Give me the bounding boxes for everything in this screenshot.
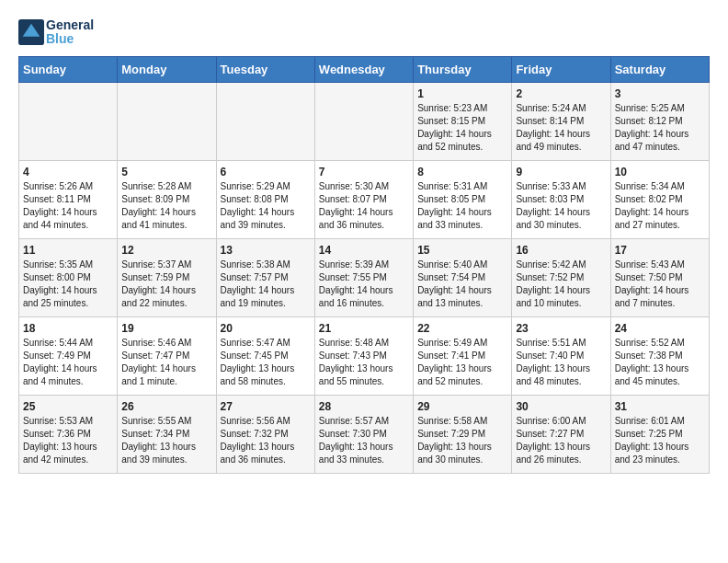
calendar-cell: 6Sunrise: 5:29 AM Sunset: 8:08 PM Daylig… [216,160,314,238]
calendar-cell: 9Sunrise: 5:33 AM Sunset: 8:03 PM Daylig… [512,160,610,238]
day-number: 11 [23,244,113,257]
weekday-header-wednesday: Wednesday [314,56,413,82]
day-number: 18 [23,322,113,335]
calendar-week-row: 1Sunrise: 5:23 AM Sunset: 8:15 PM Daylig… [19,82,710,160]
day-number: 2 [516,87,606,100]
calendar-cell: 8Sunrise: 5:31 AM Sunset: 8:05 PM Daylig… [414,160,512,238]
day-number: 16 [516,244,606,257]
day-number: 15 [417,244,507,257]
calendar-cell [19,82,118,160]
calendar-cell: 22Sunrise: 5:49 AM Sunset: 7:41 PM Dayli… [414,316,512,395]
calendar-cell: 28Sunrise: 5:57 AM Sunset: 7:30 PM Dayli… [314,395,413,473]
day-info: Sunrise: 5:28 AM Sunset: 8:09 PM Dayligh… [121,180,211,232]
calendar-cell: 11Sunrise: 5:35 AM Sunset: 8:00 PM Dayli… [19,238,118,316]
day-number: 30 [516,400,606,413]
weekday-header-friday: Friday [512,56,610,82]
calendar-week-row: 11Sunrise: 5:35 AM Sunset: 8:00 PM Dayli… [19,238,710,316]
calendar-cell: 27Sunrise: 5:56 AM Sunset: 7:32 PM Dayli… [216,395,314,473]
day-info: Sunrise: 5:35 AM Sunset: 8:00 PM Dayligh… [23,259,113,310]
calendar-week-row: 4Sunrise: 5:26 AM Sunset: 8:11 PM Daylig… [19,160,710,238]
calendar-cell: 21Sunrise: 5:48 AM Sunset: 7:43 PM Dayli… [314,316,413,395]
calendar-cell: 12Sunrise: 5:37 AM Sunset: 7:59 PM Dayli… [118,238,216,316]
weekday-header-saturday: Saturday [610,56,709,82]
calendar-cell: 10Sunrise: 5:34 AM Sunset: 8:02 PM Dayli… [610,160,709,238]
calendar-table: SundayMondayTuesdayWednesdayThursdayFrid… [18,56,710,474]
day-number: 9 [516,166,606,178]
day-info: Sunrise: 5:43 AM Sunset: 7:50 PM Dayligh… [615,259,705,310]
day-info: Sunrise: 6:01 AM Sunset: 7:25 PM Dayligh… [615,415,705,466]
day-number: 22 [417,322,507,335]
calendar-cell: 4Sunrise: 5:26 AM Sunset: 8:11 PM Daylig… [19,160,118,238]
day-number: 25 [23,400,113,413]
calendar-cell: 13Sunrise: 5:38 AM Sunset: 7:57 PM Dayli… [216,238,314,316]
day-number: 14 [319,244,409,257]
day-number: 20 [221,322,311,335]
day-number: 31 [615,400,705,413]
day-number: 5 [121,166,211,178]
day-info: Sunrise: 5:40 AM Sunset: 7:54 PM Dayligh… [417,259,507,310]
day-number: 28 [319,400,409,413]
day-info: Sunrise: 5:53 AM Sunset: 7:36 PM Dayligh… [23,415,113,466]
day-info: Sunrise: 5:47 AM Sunset: 7:45 PM Dayligh… [221,337,311,388]
day-number: 1 [417,87,507,100]
day-info: Sunrise: 6:00 AM Sunset: 7:27 PM Dayligh… [516,415,606,466]
day-info: Sunrise: 5:58 AM Sunset: 7:29 PM Dayligh… [417,415,507,466]
calendar-week-row: 25Sunrise: 5:53 AM Sunset: 7:36 PM Dayli… [19,395,710,473]
calendar-cell: 16Sunrise: 5:42 AM Sunset: 7:52 PM Dayli… [512,238,610,316]
day-info: Sunrise: 5:29 AM Sunset: 8:08 PM Dayligh… [221,180,311,232]
day-number: 8 [417,166,507,178]
day-info: Sunrise: 5:57 AM Sunset: 7:30 PM Dayligh… [319,415,409,466]
weekday-header-thursday: Thursday [414,56,512,82]
day-number: 21 [319,322,409,335]
calendar-cell: 3Sunrise: 5:25 AM Sunset: 8:12 PM Daylig… [610,82,709,160]
logo: General Blue [18,18,94,47]
day-info: Sunrise: 5:44 AM Sunset: 7:49 PM Dayligh… [23,337,113,388]
logo-text-line1: General [46,18,94,32]
calendar-cell: 24Sunrise: 5:52 AM Sunset: 7:38 PM Dayli… [610,316,709,395]
weekday-header-row: SundayMondayTuesdayWednesdayThursdayFrid… [19,56,710,82]
calendar-cell: 25Sunrise: 5:53 AM Sunset: 7:36 PM Dayli… [19,395,118,473]
calendar-cell: 1Sunrise: 5:23 AM Sunset: 8:15 PM Daylig… [414,82,512,160]
day-info: Sunrise: 5:39 AM Sunset: 7:55 PM Dayligh… [319,259,409,310]
day-number: 17 [615,244,705,257]
day-info: Sunrise: 5:24 AM Sunset: 8:14 PM Dayligh… [516,102,606,154]
calendar-cell: 19Sunrise: 5:46 AM Sunset: 7:47 PM Dayli… [118,316,216,395]
page-header: General Blue [18,18,710,47]
day-info: Sunrise: 5:26 AM Sunset: 8:11 PM Dayligh… [23,180,113,232]
calendar-cell: 29Sunrise: 5:58 AM Sunset: 7:29 PM Dayli… [414,395,512,473]
calendar-cell: 23Sunrise: 5:51 AM Sunset: 7:40 PM Dayli… [512,316,610,395]
weekday-header-monday: Monday [118,56,216,82]
day-info: Sunrise: 5:46 AM Sunset: 7:47 PM Dayligh… [121,337,211,388]
day-info: Sunrise: 5:48 AM Sunset: 7:43 PM Dayligh… [319,337,409,388]
logo-text-line2: Blue [46,32,94,46]
calendar-cell: 17Sunrise: 5:43 AM Sunset: 7:50 PM Dayli… [610,238,709,316]
day-info: Sunrise: 5:55 AM Sunset: 7:34 PM Dayligh… [121,415,211,466]
calendar-cell [314,82,413,160]
day-number: 27 [221,400,311,413]
day-number: 7 [319,166,409,178]
day-number: 19 [121,322,211,335]
day-info: Sunrise: 5:51 AM Sunset: 7:40 PM Dayligh… [516,337,606,388]
day-info: Sunrise: 5:56 AM Sunset: 7:32 PM Dayligh… [221,415,311,466]
day-info: Sunrise: 5:31 AM Sunset: 8:05 PM Dayligh… [417,180,507,232]
day-number: 13 [221,244,311,257]
day-info: Sunrise: 5:25 AM Sunset: 8:12 PM Dayligh… [615,102,705,154]
day-info: Sunrise: 5:37 AM Sunset: 7:59 PM Dayligh… [121,259,211,310]
day-info: Sunrise: 5:52 AM Sunset: 7:38 PM Dayligh… [615,337,705,388]
calendar-cell: 18Sunrise: 5:44 AM Sunset: 7:49 PM Dayli… [19,316,118,395]
calendar-cell: 2Sunrise: 5:24 AM Sunset: 8:14 PM Daylig… [512,82,610,160]
day-number: 24 [615,322,705,335]
calendar-cell: 30Sunrise: 6:00 AM Sunset: 7:27 PM Dayli… [512,395,610,473]
calendar-cell: 5Sunrise: 5:28 AM Sunset: 8:09 PM Daylig… [118,160,216,238]
day-number: 26 [121,400,211,413]
day-number: 29 [417,400,507,413]
calendar-cell [118,82,216,160]
day-info: Sunrise: 5:34 AM Sunset: 8:02 PM Dayligh… [615,180,705,232]
calendar-cell [216,82,314,160]
calendar-cell: 14Sunrise: 5:39 AM Sunset: 7:55 PM Dayli… [314,238,413,316]
logo-icon [18,19,44,45]
calendar-cell: 20Sunrise: 5:47 AM Sunset: 7:45 PM Dayli… [216,316,314,395]
day-number: 12 [121,244,211,257]
day-info: Sunrise: 5:30 AM Sunset: 8:07 PM Dayligh… [319,180,409,232]
calendar-cell: 7Sunrise: 5:30 AM Sunset: 8:07 PM Daylig… [314,160,413,238]
